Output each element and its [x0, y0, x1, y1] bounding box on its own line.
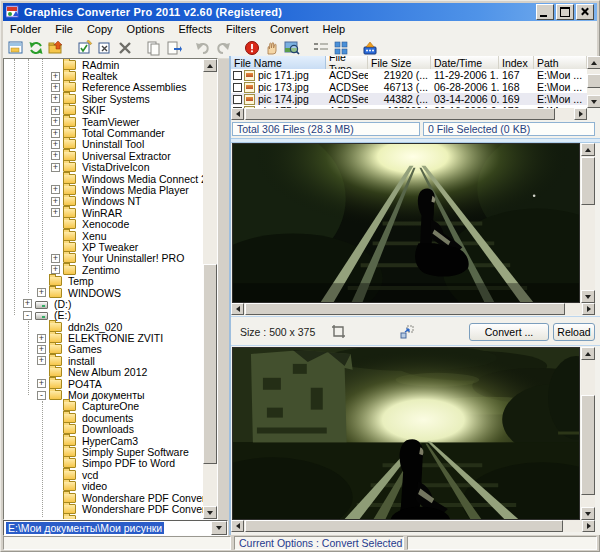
- scroll-right-button[interactable]: [574, 108, 587, 120]
- scrollbar-thumb[interactable]: [581, 157, 595, 205]
- tree-item-label[interactable]: Xenocode: [80, 218, 131, 230]
- tree-item[interactable]: HyperCam3: [4, 435, 203, 446]
- tree-item[interactable]: + Windows Media Player: [4, 184, 203, 195]
- file-row[interactable]: pic 171.jpg ACDSee... 21920 (... 11-29-2…: [231, 69, 587, 81]
- tree-expander-icon[interactable]: +: [51, 106, 60, 115]
- scroll-left-button[interactable]: [231, 108, 244, 120]
- file-name[interactable]: pic 171.jpg: [258, 69, 309, 81]
- tree-expander-icon[interactable]: +: [51, 117, 60, 126]
- convert-button[interactable]: Convert ...: [469, 323, 549, 341]
- menu-item[interactable]: Convert: [263, 22, 316, 37]
- tree-item-label[interactable]: HyperCam3: [80, 435, 140, 447]
- tree-expander-icon[interactable]: +: [51, 83, 60, 92]
- scroll-down-button[interactable]: [581, 507, 595, 520]
- file-row[interactable]: pic 173.jpg ACDSee... 46713 (... 06-28-2…: [231, 81, 587, 93]
- tree-item[interactable]: + VistaDriveIcon: [4, 162, 203, 173]
- tree-item[interactable]: + Realtek: [4, 70, 203, 81]
- tree-item[interactable]: Wondershare PDF Converter Pro: [4, 503, 203, 514]
- tree-item[interactable]: + TeamViewer: [4, 116, 203, 127]
- tree-expander-icon[interactable]: +: [51, 254, 60, 263]
- tree-expander-icon[interactable]: -: [37, 391, 46, 400]
- file-checkbox[interactable]: [233, 83, 242, 92]
- tree-item-label[interactable]: Zentimo: [80, 264, 122, 276]
- tree-item-label[interactable]: Reference Assemblies: [80, 81, 188, 93]
- tree-item[interactable]: [4, 515, 203, 519]
- tree-item[interactable]: + WinRAR: [4, 207, 203, 218]
- menu-item[interactable]: Filters: [219, 22, 263, 37]
- deselect-all-icon[interactable]: [96, 39, 114, 57]
- tree-item[interactable]: + Reference Assemblies: [4, 82, 203, 93]
- scroll-down-button[interactable]: [203, 506, 217, 519]
- tree-expander-icon[interactable]: +: [51, 185, 60, 194]
- list-view-icon[interactable]: [312, 39, 330, 57]
- menu-item[interactable]: Options: [120, 22, 172, 37]
- tree-item[interactable]: + Siber Systems: [4, 93, 203, 104]
- minimize-button[interactable]: [536, 4, 554, 20]
- tree-item-label[interactable]: Wondershare PDF Converter Pro: [80, 503, 203, 515]
- crop-icon[interactable]: [330, 323, 348, 341]
- undo-icon[interactable]: [194, 39, 212, 57]
- scrollbar-thumb[interactable]: [245, 520, 563, 532]
- tree-expander-icon[interactable]: +: [51, 72, 60, 81]
- tree-item-label[interactable]: XP Tweaker: [80, 241, 140, 253]
- tree-item-label[interactable]: RAdmin: [80, 59, 121, 71]
- tree-item-label[interactable]: SKIF: [80, 104, 107, 116]
- column-header[interactable]: File Name: [231, 56, 326, 69]
- tree-expander-icon[interactable]: +: [51, 151, 60, 160]
- tree-item[interactable]: ddn2ls_020: [4, 321, 203, 332]
- tree-item-label[interactable]: Downloads: [80, 423, 136, 435]
- maximize-button[interactable]: [556, 4, 574, 20]
- tree-item-label[interactable]: Siber Systems: [80, 93, 152, 105]
- tree-item[interactable]: + install: [4, 355, 203, 366]
- tree-item-label[interactable]: Temp: [66, 275, 96, 287]
- tree-item-label[interactable]: Universal Extractor: [80, 150, 173, 162]
- tree-item[interactable]: Xenu: [4, 230, 203, 241]
- tree-item-label[interactable]: WinRAR: [80, 207, 124, 219]
- tree-item-label[interactable]: ELEKTRONIE ZVITI: [66, 332, 165, 344]
- tree-item[interactable]: + Games: [4, 344, 203, 355]
- menu-item[interactable]: Effects: [172, 22, 219, 37]
- scroll-up-button[interactable]: [203, 59, 217, 72]
- tree-item[interactable]: CaptureOne: [4, 401, 203, 412]
- tree-scrollbar[interactable]: [203, 59, 217, 519]
- column-header[interactable]: Date/Time: [431, 56, 499, 69]
- scroll-right-button[interactable]: [582, 520, 595, 532]
- scroll-left-button[interactable]: [231, 303, 244, 315]
- column-header[interactable]: Index: [499, 56, 534, 69]
- tree-item-label[interactable]: Мои документы: [66, 389, 147, 401]
- column-header[interactable]: File Size: [368, 56, 431, 69]
- file-checkbox[interactable]: [233, 71, 242, 80]
- tree-expander-icon[interactable]: +: [51, 197, 60, 206]
- file-name[interactable]: pic 173.jpg: [258, 81, 309, 93]
- tree-item[interactable]: Wondershare PDF Converter: [4, 492, 203, 503]
- tree-item[interactable]: Simply Super Software: [4, 446, 203, 457]
- tree-expander-icon[interactable]: +: [51, 129, 60, 138]
- scrollbar-thumb[interactable]: [587, 74, 600, 88]
- file-list-hscrollbar[interactable]: [231, 108, 587, 120]
- tree-item[interactable]: + Windows NT: [4, 196, 203, 207]
- file-row[interactable]: pic 174.jpg ACDSee... 44382 (... 03-14-2…: [231, 93, 587, 105]
- path-combo-value[interactable]: E:\Мои документы\Мои рисунки: [6, 522, 164, 534]
- tree-item[interactable]: - (E:): [4, 310, 203, 321]
- tree-item[interactable]: Windows Media Connect 2: [4, 173, 203, 184]
- scrollbar-thumb[interactable]: [203, 264, 217, 464]
- select-all-icon[interactable]: [76, 39, 94, 57]
- scroll-down-button[interactable]: [587, 95, 600, 108]
- tree-item-label[interactable]: TeamViewer: [80, 116, 142, 128]
- copy-icon[interactable]: [145, 39, 163, 57]
- scroll-left-button[interactable]: [231, 520, 244, 532]
- hand-icon[interactable]: [263, 39, 281, 57]
- preview-bottom-vscrollbar[interactable]: [581, 347, 595, 520]
- folder-up-icon[interactable]: [47, 39, 65, 57]
- tree-expander-icon[interactable]: +: [37, 356, 46, 365]
- tree-item-label[interactable]: Uninstall Tool: [80, 138, 146, 150]
- combo-dropdown-button[interactable]: [211, 521, 227, 535]
- redo-icon[interactable]: [214, 39, 232, 57]
- reload-button[interactable]: Reload: [553, 323, 595, 341]
- tree-item[interactable]: + Your Uninstaller! PRO: [4, 253, 203, 264]
- refresh-icon[interactable]: [27, 39, 45, 57]
- tree-item[interactable]: + Total Commander: [4, 127, 203, 138]
- tree-item[interactable]: documents: [4, 412, 203, 423]
- tree-item-label[interactable]: New Album 2012: [66, 366, 149, 378]
- tree-item[interactable]: + Uninstall Tool: [4, 139, 203, 150]
